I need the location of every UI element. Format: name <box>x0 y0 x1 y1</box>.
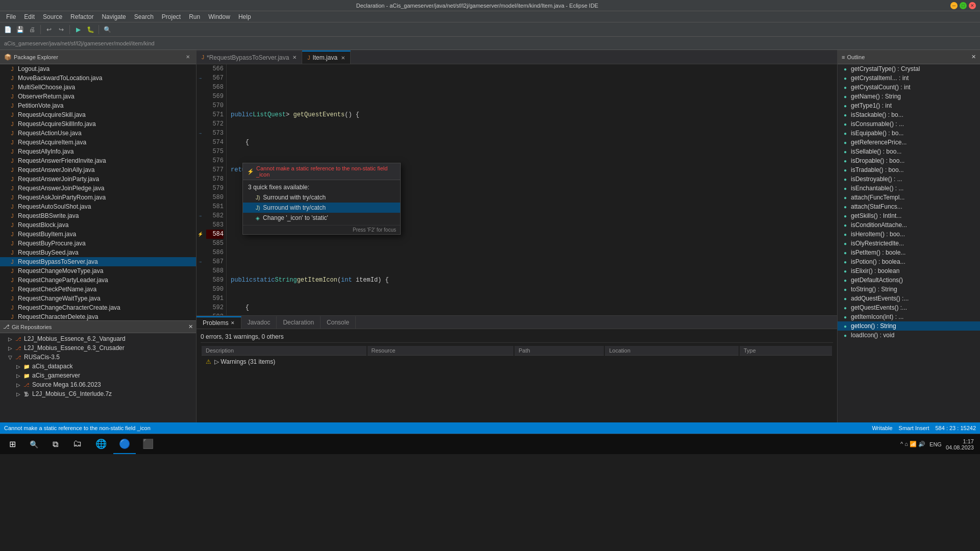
git-item-mobiusc6[interactable]: ▷ 🗜 L2J_Mobius_C6_Interlude.7z <box>0 389 196 398</box>
tree-item-petitionvote[interactable]: J PetitionVote.java <box>0 101 196 110</box>
tree-item-requestchangepartyleader[interactable]: J RequestChangePartyLeader.java <box>0 276 196 285</box>
toolbar-redo[interactable]: ↪ <box>56 24 67 35</box>
outline-isenchantable[interactable]: ● isEnchantable() : ... <box>838 184 980 193</box>
tree-item-requestanswerjoinally[interactable]: J RequestAnswerJoinAlly.java <box>0 165 196 174</box>
taskbar-app-eclipse[interactable]: 🔵 <box>113 435 136 454</box>
outline-geticon[interactable]: ● getIcon() : String <box>838 321 980 331</box>
tree-item-requestcheckpetname[interactable]: J RequestCheckPetName.java <box>0 285 196 294</box>
tab-requestbypasstoserver[interactable]: J *RequestBypassToServer.java ✕ <box>197 51 302 64</box>
tree-item-requestcharacterdelete[interactable]: J RequestCharacterDelete.java <box>0 312 196 320</box>
outline-isstackable[interactable]: ● isStackable() : bo... <box>838 110 980 119</box>
menu-run[interactable]: Run <box>185 12 204 21</box>
outline-getdefaultactions[interactable]: ● getDefaultActions() <box>838 276 980 285</box>
menu-project[interactable]: Project <box>158 12 185 21</box>
tree-item-requestbuyitem[interactable]: J RequestBuyItem.java <box>0 230 196 239</box>
start-button[interactable]: ⊞ <box>2 435 22 454</box>
toolbar-search[interactable]: 🔍 <box>102 24 113 35</box>
outline-gettype1[interactable]: ● getType1() : int <box>838 101 980 110</box>
menu-search[interactable]: Search <box>130 12 158 21</box>
outline-ispetitem[interactable]: ● isPetItem() : boole... <box>838 248 980 257</box>
outline-issellable[interactable]: ● isSellable() : boo... <box>838 147 980 156</box>
outline-istradable[interactable]: ● isTradable() : boo... <box>838 165 980 174</box>
outline-addquestevents[interactable]: ● addQuestEvents() :... <box>838 294 980 303</box>
toolbar-debug[interactable]: 🐛 <box>85 24 96 35</box>
close-button[interactable]: ✕ <box>969 2 976 9</box>
tree-item-requestactionuse[interactable]: J RequestActionUse.java <box>0 129 196 138</box>
outline-getname[interactable]: ● getName() : String <box>838 92 980 101</box>
menu-edit[interactable]: Edit <box>20 12 39 21</box>
toolbar-build[interactable]: ▶ <box>72 24 84 35</box>
git-item-rusacis[interactable]: ▽ ⎇ RUSaCis-3.5 <box>0 353 196 362</box>
taskbar-app-fileexplorer[interactable]: 🗂 <box>66 435 89 454</box>
warnings-row[interactable]: ⚠ ▷ Warnings (31 items) <box>202 357 832 367</box>
outline-getreferenceprice[interactable]: ● getReferencePrice... <box>838 138 980 147</box>
toolbar-print[interactable]: 🖨 <box>27 24 38 35</box>
bottom-tab-problems[interactable]: Problems ✕ <box>197 316 241 329</box>
maximize-button[interactable]: □ <box>960 2 967 9</box>
outline-isconditionattached[interactable]: ● isConditionAttache... <box>838 220 980 230</box>
outline-getcrystalitemi[interactable]: ● getCrystalItemI... : int <box>838 73 980 83</box>
tree-item-requestacquireskillinfo[interactable]: J RequestAcquireSkillInfo.java <box>0 119 196 129</box>
outline-isequipable[interactable]: ● isEquipable() : bo... <box>838 129 980 138</box>
tree-item-requestchangecharactercreate[interactable]: J RequestChangeCharacterCreate.java <box>0 303 196 312</box>
package-explorer-close[interactable]: ✕ <box>184 53 192 61</box>
toolbar-new[interactable]: 📄 <box>2 24 13 35</box>
toolbar-undo[interactable]: ↩ <box>43 24 55 35</box>
tree-item-requestblock[interactable]: J RequestBlock.java <box>0 220 196 230</box>
tree-item-requestchangemovetype[interactable]: J RequestChangeMoveType.java <box>0 266 196 276</box>
bottom-tab-javadoc[interactable]: Javadoc <box>241 316 277 329</box>
outline-attachstatfuncs[interactable]: ● attach(StatFuncs... <box>838 202 980 211</box>
tree-item-requestanswerfriendinvite[interactable]: J RequestAnswerFriendInvite.java <box>0 156 196 165</box>
outline-isheroitem[interactable]: ● isHeroItem() : boo... <box>838 230 980 239</box>
tab-itemjava[interactable]: J Item.java ✕ <box>302 51 351 64</box>
bottom-tab-console[interactable]: Console <box>321 316 356 329</box>
quick-fix-surround1[interactable]: J) Surround with try/catch <box>243 192 400 203</box>
tree-item-observerreturn[interactable]: J ObserverReturn.java <box>0 92 196 101</box>
taskbar-app-chrome[interactable]: 🌐 <box>90 435 112 454</box>
quick-fix-change[interactable]: ◈ Change '_icon' to 'static' <box>243 213 400 223</box>
tree-item-requestaskjoinpartyroom[interactable]: J RequestAskJoinPartyRoom.java <box>0 193 196 202</box>
problems-close[interactable]: ✕ <box>231 320 235 325</box>
tree-item-logout[interactable]: J Logout.java <box>0 64 196 73</box>
menu-navigate[interactable]: Navigate <box>97 12 130 21</box>
menu-refactor[interactable]: Refactor <box>66 12 97 21</box>
git-close[interactable]: ✕ <box>188 323 193 330</box>
tab-close-item[interactable]: ✕ <box>341 55 345 61</box>
outline-ispotion[interactable]: ● isPotion() : boolea... <box>838 257 980 266</box>
tree-item-requestanswerjoinpledge[interactable]: J RequestAnswerJoinPledge.java <box>0 184 196 193</box>
outline-attachfunctempl[interactable]: ● attach(FuncTempl... <box>838 193 980 202</box>
outline-getcrystaltype[interactable]: ● getCrystalType() : Crystal <box>838 64 980 73</box>
git-item-gameserver[interactable]: ▷ 📁 aCis_gameserver <box>0 371 196 380</box>
outline-tostring[interactable]: ● toString() : String <box>838 285 980 294</box>
minimize-button[interactable]: ─ <box>950 2 958 9</box>
menu-help[interactable]: Help <box>234 12 255 21</box>
outline-iselixir[interactable]: ● isElixir() : boolean <box>838 266 980 276</box>
outline-isconsumable[interactable]: ● isConsumable() : ... <box>838 119 980 129</box>
search-button[interactable]: 🔍 <box>23 435 44 454</box>
menu-source[interactable]: Source <box>39 12 66 21</box>
tab-close-requestbypass[interactable]: ✕ <box>292 55 297 60</box>
toolbar-save[interactable]: 💾 <box>14 24 26 35</box>
quick-fix-surround2[interactable]: J) Surround with try/catch <box>243 203 400 213</box>
tree-item-requestbuyprocure[interactable]: J RequestBuyProcure.java <box>0 239 196 248</box>
tree-item-requestanswerjoinparty[interactable]: J RequestAnswerJoinParty.java <box>0 174 196 184</box>
outline-getquestevents[interactable]: ● getQuestEvents() :... <box>838 303 980 312</box>
menu-file[interactable]: File <box>2 12 20 21</box>
outline-isdropable[interactable]: ● isDropable() : boo... <box>838 156 980 165</box>
tree-item-requestallyinfo[interactable]: J RequestAllyInfo.java <box>0 147 196 156</box>
tree-item-requestacquireskill[interactable]: J RequestAcquireSkill.java <box>0 110 196 119</box>
outline-getskills[interactable]: ● getSkills() : IntInt... <box>838 211 980 220</box>
git-item-sourcemega[interactable]: ▷ ⎇ Source Mega 16.06.2023 <box>0 380 196 389</box>
outline-getcrystalcount[interactable]: ● getCrystalCount() : int <box>838 83 980 92</box>
tree-item-requestbuyseed[interactable]: J RequestBuySeed.java <box>0 248 196 257</box>
outline-close[interactable]: ✕ <box>971 54 976 60</box>
tree-item-requestbypasstoserver[interactable]: J RequestBypassToServer.java <box>0 257 196 266</box>
tree-item-multisell[interactable]: J MultiSellChoose.java <box>0 83 196 92</box>
outline-isdestroyable[interactable]: ● isDestroyable() : ... <box>838 174 980 184</box>
outline-getitemicon[interactable]: ● getItemIcon(int) : ... <box>838 312 980 321</box>
git-item-mobius62[interactable]: ▷ ⎇ L2J_Mobius_Essence_6.2_Vanguard <box>0 334 196 343</box>
menu-window[interactable]: Window <box>204 12 234 21</box>
tree-item-requestautosoulshot[interactable]: J RequestAutoSoulShot.java <box>0 202 196 211</box>
git-item-mobius63[interactable]: ▷ ⎇ L2J_Mobius_Essence_6.3_Crusader <box>0 343 196 353</box>
git-item-datapack[interactable]: ▷ 📁 aCis_datapack <box>0 362 196 371</box>
